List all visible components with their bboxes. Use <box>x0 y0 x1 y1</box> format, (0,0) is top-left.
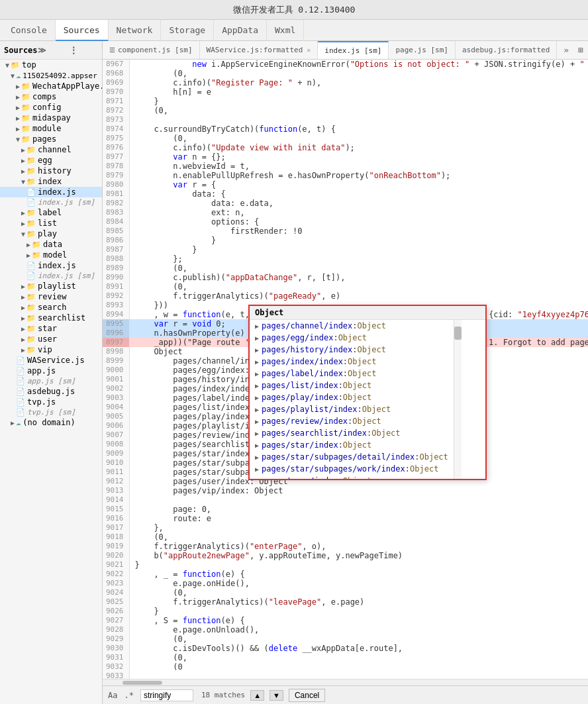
folder-icon: 📁 <box>26 282 36 291</box>
tree-item-vip[interactable]: ▶ 📁 vip <box>0 344 102 355</box>
tree-label: index.js [sm] <box>38 272 95 280</box>
code-line-9029: 9029 (0, <box>103 634 588 644</box>
tree-item-appser[interactable]: ▼ ☁ 1150254092.appser <box>0 70 102 81</box>
tree-item-app-js-sm[interactable]: 📄 app.js [sm] <box>0 376 102 386</box>
file-tab-waservice[interactable]: WAService.js:formatted ✕ <box>200 41 318 60</box>
file-tab-menu-icon[interactable]: ⊞ <box>573 45 588 55</box>
tab-wxml[interactable]: Wxml <box>267 20 304 41</box>
folder-icon: 📁 <box>21 114 30 123</box>
search-prev-button[interactable]: ▲ <box>250 690 264 701</box>
autocomplete-item[interactable]: ▶pages/channel/index: Object <box>250 320 454 332</box>
tree-item-data[interactable]: ▶ 📁 data <box>0 239 102 250</box>
autocomplete-scrollbar[interactable] <box>454 320 462 479</box>
folder-icon: 📁 <box>26 325 36 333</box>
autocomplete-item[interactable]: ▶pages/list/index: Object <box>250 379 454 391</box>
horizontal-scrollbar[interactable] <box>103 679 588 685</box>
tree-item-wechatappplayer[interactable]: ▶ 📁 WechatAppPlaye... <box>0 81 102 91</box>
tree-item-playlist[interactable]: ▶ 📁 playlist <box>0 281 102 291</box>
tree-item-index[interactable]: ▼ 📁 index <box>0 176 102 187</box>
more-tabs-icon[interactable]: » <box>560 45 573 55</box>
file-tab-close[interactable]: ✕ <box>307 41 311 60</box>
line-content <box>129 672 588 679</box>
tree-item-midaspay[interactable]: ▶ 📁 midaspay <box>0 113 102 123</box>
tree-item-channel[interactable]: ▶ 📁 channel <box>0 144 102 155</box>
tab-storage[interactable]: Storage <box>161 20 214 41</box>
tree-item-tvp-js-sm[interactable]: 📄 tvp.js [sm] <box>0 407 102 417</box>
tree-item-review[interactable]: ▶ 📁 review <box>0 291 102 302</box>
tree-item-star[interactable]: ▶ 📁 star <box>0 323 102 334</box>
chevron-icon: ▼ <box>5 62 9 69</box>
autocomplete-item[interactable]: ▶pages/searchlist/index: Object <box>250 427 454 439</box>
line-number: 8999 <box>103 356 129 366</box>
autocomplete-item[interactable]: ▶pages/user/index: Object <box>250 475 454 479</box>
file-tab-asdebug[interactable]: asdebug.js:formatted <box>456 41 557 60</box>
tree-item-model[interactable]: ▶ 📁 model <box>0 250 102 260</box>
arrow-icon: ▶ <box>255 334 259 342</box>
code-area[interactable]: 8967 new i.AppServiceEngineKnownError("O… <box>103 60 588 679</box>
tree-item-waservice[interactable]: 📄 WAService.js <box>0 355 102 366</box>
tree-item-module[interactable]: ▶ 📁 module <box>0 123 102 134</box>
tree-item-play-index-js-sm[interactable]: 📄 index.js [sm] <box>0 271 102 281</box>
line-number: 8989 <box>103 264 129 273</box>
arrow-icon: ▶ <box>255 406 259 413</box>
tree-item-list[interactable]: ▶ 📁 list <box>0 218 102 228</box>
autocomplete-item[interactable]: ▶pages/egg/index: Object <box>250 332 454 344</box>
autocomplete-item[interactable]: ▶pages/review/index: Object <box>250 415 454 427</box>
file-tab-page-js[interactable]: page.js [sm] <box>389 41 455 60</box>
tree-item-asdebug[interactable]: 📄 asdebug.js <box>0 386 102 397</box>
autocomplete-list[interactable]: ▶pages/channel/index: Object▶pages/egg/i… <box>250 320 454 479</box>
tree-item-searchlist[interactable]: ▶ 📁 searchlist <box>0 313 102 323</box>
search-field[interactable] <box>140 689 193 701</box>
folder-icon: 📁 <box>26 346 36 354</box>
file-icon: 📄 <box>16 377 25 385</box>
tree-item-app-js[interactable]: 📄 app.js <box>0 366 102 376</box>
tab-sources[interactable]: Sources <box>56 20 109 41</box>
sidebar-menu-icon[interactable]: ⋮ <box>69 45 98 56</box>
autocomplete-item[interactable]: ▶pages/history/index: Object <box>250 344 454 356</box>
autocomplete-item[interactable]: ▶pages/playlist/index: Object <box>250 403 454 415</box>
tree-item-index-js-sm[interactable]: 📄 index.js [sm] <box>0 197 102 207</box>
tree-item-no-domain[interactable]: ▶ ☁ (no domain) <box>0 417 102 428</box>
tab-network[interactable]: Network <box>109 20 162 41</box>
search-input[interactable] <box>144 691 190 700</box>
autocomplete-item[interactable]: ▶pages/star/subpages/detail/index: Objec… <box>250 451 454 463</box>
line-number: 8967 <box>103 60 129 69</box>
file-tab-label: WAService.js:formatted <box>207 41 303 60</box>
code-panel: ☰ component.js [sm] WAService.js:formatt… <box>103 41 588 704</box>
tab-console[interactable]: Console <box>3 20 56 41</box>
line-number: 9013 <box>103 486 129 495</box>
line-number: 8980 <box>103 180 129 189</box>
folder-icon: 📁 <box>21 82 30 91</box>
line-content: } <box>129 607 588 616</box>
tree-label: index.js <box>38 261 76 270</box>
tree-item-search[interactable]: ▶ 📁 search <box>0 302 102 313</box>
tree-item-egg[interactable]: ▶ 📁 egg <box>0 155 102 166</box>
tree-item-top[interactable]: ▼ 📁 top <box>0 60 102 70</box>
line-number: 9014 <box>103 495 129 505</box>
autocomplete-item[interactable]: ▶pages/label/index: Object <box>250 368 454 379</box>
tree-item-tvp-js[interactable]: 📄 tvp.js <box>0 397 102 407</box>
tree-item-comps[interactable]: ▶ 📁 comps <box>0 91 102 102</box>
tree-label: WechatAppPlaye... <box>32 81 102 91</box>
tree-item-label[interactable]: ▶ 📁 label <box>0 207 102 218</box>
file-tab-component[interactable]: ☰ component.js [sm] <box>103 41 200 60</box>
tree-item-pages[interactable]: ▼ 📁 pages <box>0 134 102 144</box>
autocomplete-item[interactable]: ▶pages/star/subpages/work/index: Object <box>250 463 454 475</box>
tree-item-play[interactable]: ▼ 📁 play <box>0 228 102 239</box>
file-icon: 📄 <box>26 198 36 207</box>
autocomplete-item[interactable]: ▶pages/play/index: Object <box>250 391 454 403</box>
cancel-button[interactable]: Cancel <box>289 689 325 702</box>
autocomplete-popup[interactable]: Object ▶pages/channel/index: Object▶page… <box>248 305 487 480</box>
tree-item-config[interactable]: ▶ 📁 config <box>0 102 102 113</box>
autocomplete-item[interactable]: ▶pages/star/index: Object <box>250 439 454 451</box>
search-next-button[interactable]: ▼ <box>270 690 283 701</box>
tree-item-index-js[interactable]: 📄 index.js <box>0 187 102 197</box>
file-tab-index-js-sm[interactable]: index.js [sm] <box>318 41 389 60</box>
tree-item-history[interactable]: ▶ 📁 history <box>0 166 102 176</box>
main-container: Sources ≫ ⋮ ▼ 📁 top ▼ ☁ 1150254092.appse… <box>0 41 588 704</box>
tree-item-user[interactable]: ▶ 📁 user <box>0 334 102 344</box>
sidebar-chevron[interactable]: ≫ <box>38 46 67 55</box>
tree-item-play-index-js[interactable]: 📄 index.js <box>0 260 102 271</box>
autocomplete-item[interactable]: ▶pages/index/index: Object <box>250 356 454 368</box>
tab-appdata[interactable]: AppData <box>214 20 267 41</box>
